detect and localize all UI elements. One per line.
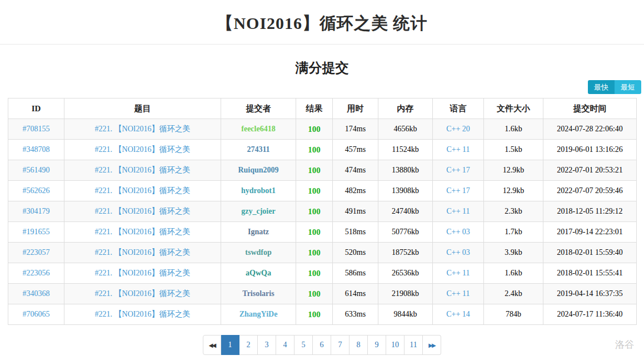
submission-id-link[interactable]: #348708 [23,145,50,154]
pagination-page-7[interactable]: 7 [331,335,350,355]
sort-shortest-button[interactable]: 最短 [615,80,641,94]
submission-row: #223057#221. 【NOI2016】循环之美tswdfop100520m… [8,243,637,263]
problem-link[interactable]: #221. 【NOI2016】循环之美 [95,269,191,277]
pagination-page-1[interactable]: 1 [221,335,239,355]
table-cell: 1.6kb [484,263,543,284]
section-title: 满分提交 [0,59,644,77]
submitter-link[interactable]: feecle6418 [241,125,275,133]
submitter-link[interactable]: ZhangYiDe [239,310,278,318]
problem-link[interactable]: #221. 【NOI2016】循环之美 [95,207,191,215]
column-header: 结果 [296,98,333,119]
pagination-page-2[interactable]: 2 [239,335,258,355]
pagination-first-icon[interactable]: ◀◀ [203,335,221,355]
pagination: ◀◀1234567891011▶▶ [203,335,441,355]
submission-id-link[interactable]: #706065 [23,310,50,318]
problem-link[interactable]: #221. 【NOI2016】循环之美 [95,228,191,236]
language-link[interactable]: C++ 14 [446,310,470,318]
table-cell: #191655 [8,222,64,243]
table-cell: #562626 [8,181,64,201]
pagination-page-9[interactable]: 9 [368,335,386,355]
table-cell: C++ 11 [433,140,484,160]
submission-id-link[interactable]: #191655 [23,228,50,236]
submitter-link[interactable]: Ruiqun2009 [238,166,278,174]
submission-id-link[interactable]: #304179 [23,207,50,215]
pagination-page-10[interactable]: 10 [386,335,405,355]
submission-id-link[interactable]: #223057 [23,248,50,257]
problem-link[interactable]: #221. 【NOI2016】循环之美 [95,145,191,154]
problem-link[interactable]: #221. 【NOI2016】循环之美 [95,166,191,174]
problem-link[interactable]: #221. 【NOI2016】循环之美 [95,289,191,298]
language-link[interactable]: C++ 20 [446,125,470,133]
table-cell: #223056 [8,263,64,284]
pagination-page-6[interactable]: 6 [313,335,331,355]
submit-time: 2018-12-05 11:29:12 [557,207,622,215]
time-used: 457ms [345,145,366,154]
time-used: 474ms [345,166,366,174]
footer-brand-link[interactable]: 洛谷 [615,338,634,351]
table-cell: aQwQa [221,263,296,284]
pagination-last-icon[interactable]: ▶▶ [423,335,441,355]
language-link[interactable]: C++ 03 [446,228,470,236]
table-cell: #340368 [8,284,64,304]
submission-id-link[interactable]: #708155 [23,125,50,133]
table-cell: #221. 【NOI2016】循环之美 [64,222,221,243]
result-score: 100 [308,125,321,134]
table-cell: C++ 03 [433,222,484,243]
table-cell: 3.9kb [484,243,543,263]
table-cell: C++ 11 [433,284,484,304]
submitter-link[interactable]: aQwQa [246,269,271,277]
submission-id-link[interactable]: #223056 [23,269,50,277]
table-header-row: ID题目提交者结果用时内存语言文件大小提交时间 [8,98,637,119]
table-cell: 457ms [333,140,378,160]
language-link[interactable]: C++ 11 [446,269,470,277]
submitter-link[interactable]: tswdfop [245,248,271,257]
time-used: 174ms [345,125,366,133]
table-cell: 4656kb [378,119,433,140]
pager-area: ◀◀1234567891011▶▶ 洛谷 [0,335,644,357]
submitter-link[interactable]: gzy_cjoier [241,207,275,215]
table-cell: 633ms [333,304,378,325]
table-cell: C++ 17 [433,181,484,201]
language-link[interactable]: C++ 03 [446,248,470,257]
language-link[interactable]: C++ 17 [446,166,470,174]
language-link[interactable]: C++ 17 [446,186,470,195]
column-header: 文件大小 [484,98,543,119]
sort-fastest-button[interactable]: 最快 [588,80,615,94]
submitter-link[interactable]: hydrobot1 [241,186,276,195]
file-size: 1.5kb [505,145,522,154]
problem-link[interactable]: #221. 【NOI2016】循环之美 [95,310,191,318]
problem-link[interactable]: #221. 【NOI2016】循环之美 [95,248,191,257]
problem-link[interactable]: #221. 【NOI2016】循环之美 [95,186,191,195]
file-size: 784b [506,310,521,318]
table-cell: #221. 【NOI2016】循环之美 [64,284,221,304]
submission-id-link[interactable]: #561490 [23,166,50,174]
table-cell: 2018-02-01 15:59:40 [543,243,637,263]
result-score: 100 [308,269,321,278]
table-cell: C++ 03 [433,243,484,263]
pagination-page-3[interactable]: 3 [258,335,276,355]
table-cell: #706065 [8,304,64,325]
submitter-link[interactable]: Ignatz [248,228,269,236]
pagination-page-4[interactable]: 4 [276,335,294,355]
submission-row: #561490#221. 【NOI2016】循环之美Ruiqun20091004… [8,160,637,181]
submission-id-link[interactable]: #340368 [23,289,50,298]
time-used: 520ms [345,248,366,257]
submitter-link[interactable]: Trisolaris [242,289,274,298]
language-link[interactable]: C++ 11 [446,289,470,298]
table-cell: 2017-09-14 22:23:01 [543,222,637,243]
submission-row: #340368#221. 【NOI2016】循环之美Trisolaris1006… [8,284,637,304]
language-link[interactable]: C++ 11 [446,207,470,215]
result-score: 100 [308,310,321,319]
result-score: 100 [308,166,321,175]
submission-id-link[interactable]: #562626 [23,186,50,195]
pagination-page-5[interactable]: 5 [294,335,313,355]
table-cell: 13880kb [378,160,433,181]
language-link[interactable]: C++ 11 [446,145,470,154]
problem-link[interactable]: #221. 【NOI2016】循环之美 [95,125,191,133]
submit-time: 2022-07-01 20:53:21 [557,166,623,174]
submitter-link[interactable]: 274311 [247,145,269,154]
pagination-page-8[interactable]: 8 [350,335,368,355]
table-cell: 100 [296,201,333,222]
result-score: 100 [308,248,321,257]
pagination-page-11[interactable]: 11 [405,335,423,355]
